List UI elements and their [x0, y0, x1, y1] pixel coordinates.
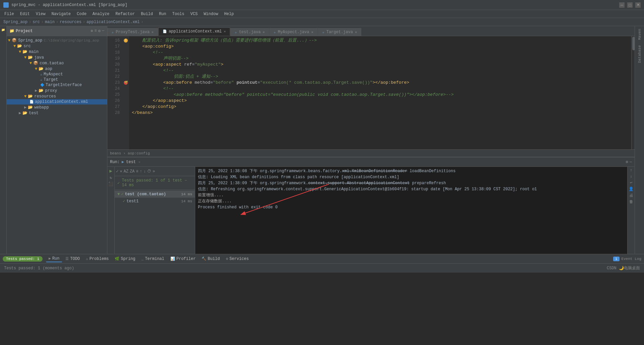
- bottom-profiler-item[interactable]: 📊 Profiler: [168, 256, 199, 262]
- project-icon[interactable]: 📁: [1, 28, 6, 33]
- close-button[interactable]: ✕: [635, 2, 641, 8]
- menu-help[interactable]: Help: [221, 11, 236, 17]
- tree-test[interactable]: ▶ 📂 test: [7, 110, 107, 116]
- editor-scrollbar[interactable]: [631, 36, 635, 149]
- run-trash-icon[interactable]: 🗑: [629, 199, 633, 204]
- run-clock-icon[interactable]: ⏱: [147, 169, 151, 174]
- menu-vcs[interactable]: VCS: [188, 11, 201, 17]
- tab-target[interactable]: ☕ Target.java ✕: [318, 28, 361, 36]
- tab-appctx[interactable]: 📄 applicationContext.xml ✕: [158, 27, 230, 36]
- tab-appctx-close[interactable]: ✕: [224, 29, 226, 33]
- proxy-expand: ▶: [35, 88, 37, 93]
- tree-proxy[interactable]: ▶ 📂 proxy: [7, 88, 107, 93]
- breadcrumb-main[interactable]: main: [45, 20, 55, 24]
- run-scroll-bottom-icon[interactable]: ↓: [630, 174, 632, 179]
- tab-proxytest[interactable]: ☕ ProxyTest.java ✕: [107, 28, 158, 36]
- tree-aop[interactable]: ▼ 📂 aop: [7, 66, 107, 72]
- bottom-todo-item[interactable]: ☰ TODO: [63, 256, 83, 262]
- menu-file[interactable]: File: [2, 11, 17, 17]
- java-label: java: [34, 55, 44, 60]
- run-settings-icon[interactable]: ⚙: [626, 159, 628, 164]
- tab-test[interactable]: ☕ test.java ✕: [230, 28, 269, 36]
- tab-myaspect-close[interactable]: ✕: [311, 30, 313, 34]
- build-tool-label: Build: [208, 257, 220, 261]
- tree-resources[interactable]: ▼ 📂 resources: [7, 93, 107, 99]
- bottom-services-item[interactable]: ⚙ Services: [223, 256, 251, 262]
- menu-refactor[interactable]: Refactor: [113, 11, 138, 17]
- tree-targetinterface[interactable]: 🔷 TargetInterface: [7, 82, 107, 88]
- tree-target[interactable]: ☕ Target: [7, 77, 107, 82]
- tree-appctx[interactable]: 📄 applicationContext.xml: [7, 99, 107, 105]
- tree-webapp[interactable]: ▶ 📂 webapp: [7, 105, 107, 110]
- run-label: Run:: [110, 160, 120, 164]
- maven-tab[interactable]: Maven: [635, 26, 644, 43]
- run-rerun-icon[interactable]: ↻: [110, 175, 112, 180]
- tab-test-close[interactable]: ✕: [263, 30, 265, 34]
- run-tree-down-icon[interactable]: ↓: [144, 169, 146, 174]
- gutter-icons: ! 🌱: [122, 36, 129, 149]
- run-stop-icon[interactable]: ⬛: [108, 182, 113, 187]
- run-group-icon[interactable]: ≡: [136, 169, 138, 174]
- tree-src[interactable]: ▼ 📂 src: [7, 43, 107, 49]
- res-icon: 📂: [28, 94, 33, 99]
- tab-myaspect[interactable]: ☕ MyAspect.java ✕: [269, 28, 318, 36]
- test-folder-icon: 📂: [22, 111, 28, 116]
- run-filter-fail-icon[interactable]: ✕: [120, 169, 122, 174]
- run-tab-close[interactable]: ✕: [139, 160, 141, 164]
- breadcrumb-resources[interactable]: resources: [60, 20, 82, 24]
- menu-code[interactable]: Code: [74, 11, 89, 17]
- java-expand: ▼: [24, 55, 26, 60]
- run-icon: ▶: [49, 256, 51, 261]
- run-wrap-icon[interactable]: ↩: [630, 180, 632, 185]
- run-more-icon[interactable]: »: [153, 169, 155, 174]
- database-tab[interactable]: Database: [635, 43, 644, 66]
- tree-root[interactable]: ▼ 📦 Spring_aop C:\Idea\Spring\Spring_aop: [7, 38, 107, 43]
- bottom-build-item[interactable]: 🔨 Build: [199, 256, 222, 262]
- menu-navigate[interactable]: Navigate: [49, 11, 73, 17]
- run-play-icon[interactable]: ▶: [109, 168, 112, 174]
- maximize-button[interactable]: □: [627, 2, 633, 8]
- menu-analyze[interactable]: Analyze: [90, 11, 112, 17]
- collapse-icon[interactable]: —: [102, 28, 104, 33]
- code-editor[interactable]: 16 17 18 19 20 21 22 23 24 25 26 27 28: [107, 36, 635, 149]
- bottom-terminal-item[interactable]: _ Terminal: [139, 256, 167, 262]
- run-expand-icon[interactable]: —: [630, 160, 632, 164]
- bottom-run-item[interactable]: ▶ Run: [46, 256, 62, 262]
- tree-java[interactable]: ▼ 📂 java: [7, 55, 107, 60]
- run-tree-up-icon[interactable]: ↑: [140, 169, 142, 174]
- test-item-test1[interactable]: ✓ test1 14 ms: [115, 198, 195, 205]
- run-filter-pass-icon[interactable]: ✓: [116, 169, 118, 174]
- add-icon[interactable]: ⊕: [91, 28, 93, 33]
- tab-proxytest-close[interactable]: ✕: [152, 30, 154, 34]
- test1-time: 14 ms: [181, 199, 192, 203]
- code-content[interactable]: 配置切入: 告诉spring框架 哪些方法（切点）需要进行哪些增强（前置、后置.…: [129, 36, 631, 149]
- menu-build[interactable]: Build: [138, 11, 156, 17]
- tab-target-close[interactable]: ✕: [355, 30, 357, 34]
- run-user-icon[interactable]: 👤: [629, 187, 634, 192]
- test-item-parent[interactable]: ▼ ✓ test (com.taotao) 14 ms: [115, 191, 195, 198]
- menu-window[interactable]: Window: [201, 11, 221, 17]
- bottom-spring-item[interactable]: 🌿 Spring: [112, 256, 138, 262]
- settings-icon[interactable]: ⚙: [98, 28, 101, 33]
- run-sort-az-icon[interactable]: AZ: [123, 169, 128, 174]
- bottom-problems-item[interactable]: ⚠ Problems: [83, 256, 111, 262]
- tree-myaspect[interactable]: ☕ MyAspect: [7, 72, 107, 77]
- tree-main[interactable]: ▼ 📂 main: [7, 49, 107, 55]
- menu-run[interactable]: Run: [156, 11, 169, 17]
- src-icon: 📂: [17, 44, 22, 49]
- breadcrumb-project[interactable]: Spring_aop: [3, 20, 28, 24]
- tree-com-taotao[interactable]: ▼ 📦 com.taotao: [7, 60, 107, 66]
- breadcrumb-file[interactable]: applicationContext.xml: [87, 20, 140, 24]
- breadcrumb-src[interactable]: src: [33, 20, 40, 24]
- list-icon[interactable]: ≡: [94, 28, 97, 33]
- run-scroll-top-icon[interactable]: ↑: [630, 168, 632, 173]
- menu-view[interactable]: View: [33, 11, 48, 17]
- title-controls[interactable]: ─ □ ✕: [619, 2, 641, 8]
- event-log-label[interactable]: Event Log: [622, 257, 641, 261]
- project-actions[interactable]: ⊕ ≡ ⚙ —: [91, 28, 104, 33]
- menu-edit[interactable]: Edit: [17, 11, 33, 17]
- minimize-button[interactable]: ─: [619, 2, 625, 8]
- menu-tools[interactable]: Tools: [170, 11, 187, 17]
- run-sort-za-icon[interactable]: ZA: [130, 169, 135, 174]
- run-print-icon[interactable]: 🖨: [629, 193, 633, 198]
